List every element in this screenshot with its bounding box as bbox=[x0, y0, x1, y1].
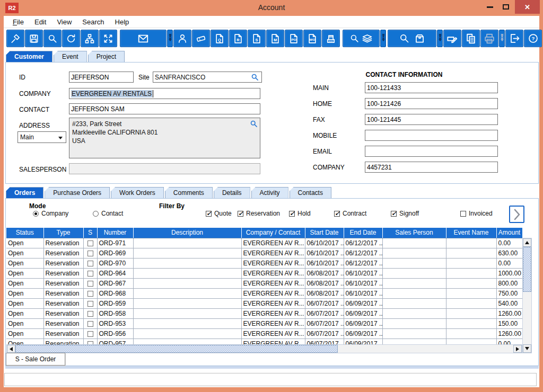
rename-button[interactable] bbox=[443, 30, 461, 47]
reservation-doc-button[interactable]: R bbox=[229, 30, 247, 47]
filter-checkbox-invoiced[interactable]: Invoiced bbox=[460, 210, 493, 217]
col-status[interactable]: Status bbox=[6, 228, 43, 238]
table-row[interactable]: OpenReservationORD-970EVERGREEN AV R...0… bbox=[6, 259, 522, 269]
col-number[interactable]: Number bbox=[97, 228, 133, 238]
col-company-contact[interactable]: Company / Contact bbox=[241, 228, 305, 238]
tab-comments[interactable]: Comments bbox=[165, 187, 213, 199]
site-search-icon[interactable] bbox=[251, 73, 259, 81]
main-phone-input[interactable] bbox=[365, 82, 498, 93]
copy-button[interactable] bbox=[462, 30, 480, 47]
filter-checkbox-reservation[interactable]: Reservation bbox=[238, 210, 280, 217]
quote-doc-button[interactable]: Q bbox=[211, 30, 229, 47]
hierarchy-button[interactable] bbox=[81, 30, 99, 47]
row-checkbox[interactable] bbox=[87, 251, 93, 256]
tab-purchase-orders[interactable]: Purchase Orders bbox=[45, 187, 110, 199]
fax-input[interactable] bbox=[365, 114, 498, 125]
table-row[interactable]: OpenReservationORD-956EVERGREEN AV R...0… bbox=[6, 329, 522, 339]
menu-file[interactable]: File bbox=[8, 17, 30, 27]
col-amount[interactable]: Amount bbox=[496, 228, 522, 238]
table-row[interactable]: OpenReservationORD-958EVERGREEN AV R...0… bbox=[6, 309, 522, 319]
row-checkbox[interactable] bbox=[87, 271, 93, 277]
next-page-button[interactable] bbox=[509, 206, 524, 223]
mode-radio-company[interactable]: Company bbox=[33, 210, 68, 217]
menu-edit[interactable]: Edit bbox=[30, 17, 52, 27]
row-checkbox[interactable] bbox=[87, 261, 93, 266]
scroll-left-button[interactable] bbox=[7, 345, 15, 353]
table-row[interactable]: OpenReservationORD-968EVERGREEN AV R...0… bbox=[6, 289, 522, 299]
col-end-date[interactable]: End Date bbox=[344, 228, 382, 238]
search-button[interactable] bbox=[43, 30, 62, 47]
menu-help[interactable]: Help bbox=[110, 17, 135, 27]
tab-customer[interactable]: Customer bbox=[6, 51, 52, 63]
refresh-button[interactable] bbox=[62, 30, 80, 47]
id-input[interactable] bbox=[69, 72, 134, 83]
close-button[interactable]: ✕ bbox=[515, 0, 540, 14]
tab-project[interactable]: Project bbox=[88, 51, 125, 63]
tab-details[interactable]: Details bbox=[214, 187, 250, 199]
table-row[interactable]: OpenReservationORD-953EVERGREEN AV R...0… bbox=[6, 319, 522, 329]
row-checkbox[interactable] bbox=[87, 291, 93, 297]
home-phone-input[interactable] bbox=[365, 98, 498, 109]
table-vertical-scrollbar[interactable] bbox=[522, 238, 532, 353]
scroll-right-button[interactable] bbox=[513, 345, 522, 353]
col-description[interactable]: Description bbox=[133, 228, 241, 238]
filter-checkbox-hold[interactable]: Hold bbox=[289, 210, 311, 217]
item-more-chevron[interactable] bbox=[437, 30, 443, 47]
sale-doc-button[interactable]: S bbox=[248, 30, 266, 47]
work-order-doc-button[interactable]: WO bbox=[303, 30, 321, 47]
scroll-down-button[interactable] bbox=[523, 344, 531, 353]
maximize-button[interactable] bbox=[498, 0, 513, 14]
minimize-button[interactable] bbox=[483, 0, 497, 14]
save-button[interactable] bbox=[25, 30, 43, 47]
mobile-input[interactable] bbox=[365, 130, 498, 141]
table-row[interactable]: OpenReservationORD-967EVERGREEN AV R...0… bbox=[6, 279, 522, 289]
row-checkbox[interactable] bbox=[87, 240, 93, 246]
table-horizontal-scrollbar[interactable] bbox=[6, 344, 522, 353]
row-checkbox[interactable] bbox=[87, 321, 93, 327]
table-row[interactable]: OpenReservationORD-957EVERGREEN AV R...0… bbox=[6, 339, 522, 345]
contact-button[interactable] bbox=[173, 30, 191, 47]
table-row[interactable]: OpenReservationORD-964EVERGREEN AV R...0… bbox=[6, 269, 522, 279]
help-button[interactable]: ? bbox=[524, 30, 542, 47]
col-s[interactable]: S bbox=[83, 228, 97, 238]
col-type[interactable]: Type bbox=[43, 228, 83, 238]
row-checkbox[interactable] bbox=[87, 301, 93, 307]
mode-radio-contact[interactable]: Contact bbox=[93, 210, 123, 217]
stock-more-chevron[interactable] bbox=[380, 30, 386, 47]
col-event-name[interactable]: Event Name bbox=[446, 228, 496, 238]
tab-event[interactable]: Event bbox=[54, 51, 87, 63]
address-type-dropdown[interactable]: Main bbox=[17, 131, 66, 143]
contact-input[interactable] bbox=[69, 103, 260, 114]
company-input[interactable]: EVERGREEN AV RENTALS bbox=[69, 88, 260, 99]
site-input[interactable]: SANFRANCISCO bbox=[153, 72, 262, 83]
filter-checkbox-quote[interactable]: Quote bbox=[206, 210, 232, 217]
filter-checkbox-contract[interactable]: Contract bbox=[334, 210, 366, 217]
search-stock-button[interactable] bbox=[343, 30, 380, 47]
tab-contacts[interactable]: Contacts bbox=[290, 187, 331, 199]
tab-work-orders[interactable]: Work Orders bbox=[111, 187, 164, 199]
table-row[interactable]: OpenReservationORD-969EVERGREEN AV R...0… bbox=[6, 248, 522, 259]
row-checkbox[interactable] bbox=[87, 281, 93, 287]
horizontal-scroll-thumb[interactable] bbox=[15, 345, 338, 353]
col-start-date[interactable]: Start Date bbox=[305, 228, 344, 238]
expand-button[interactable] bbox=[99, 30, 117, 47]
row-checkbox[interactable] bbox=[87, 331, 93, 337]
tab-activity[interactable]: Activity bbox=[251, 187, 288, 199]
maintenance-doc-button[interactable]: M bbox=[266, 30, 284, 47]
table-row[interactable]: OpenReservationORD-971EVERGREEN AV R...0… bbox=[6, 238, 522, 248]
vertical-scroll-thumb[interactable] bbox=[523, 247, 531, 292]
exit-button[interactable] bbox=[505, 30, 523, 47]
col-sales-person[interactable]: Sales Person bbox=[382, 228, 446, 238]
company-phone-input[interactable] bbox=[365, 162, 498, 173]
hammer-button[interactable] bbox=[6, 30, 24, 47]
ticket-button[interactable] bbox=[192, 30, 210, 47]
address-search-icon[interactable] bbox=[250, 120, 258, 128]
tab-orders[interactable]: Orders bbox=[6, 187, 43, 199]
email-input[interactable] bbox=[365, 146, 498, 157]
menu-search[interactable]: Search bbox=[77, 17, 110, 27]
mail-more-chevron[interactable] bbox=[167, 30, 173, 47]
table-row[interactable]: OpenReservationORD-959EVERGREEN AV R...0… bbox=[6, 299, 522, 309]
address-box[interactable]: #233, Park Street Markleeville CALIFORNI… bbox=[69, 118, 260, 158]
scroll-up-button[interactable] bbox=[523, 238, 531, 247]
mail-button[interactable] bbox=[120, 30, 167, 47]
